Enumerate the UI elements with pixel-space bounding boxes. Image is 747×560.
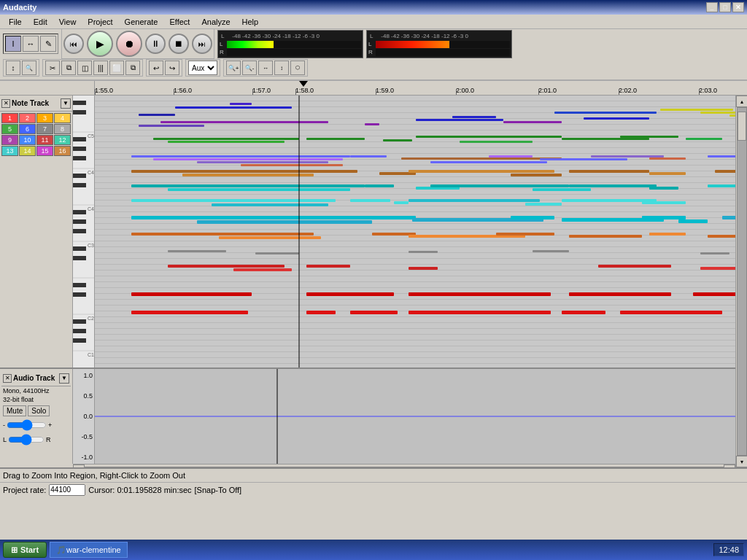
svg-rect-78 [649, 158, 686, 160]
midi-ch-16[interactable]: 16 [54, 146, 71, 156]
svg-rect-119 [722, 216, 735, 219]
midi-ch-4[interactable]: 4 [54, 113, 71, 123]
close-button[interactable]: ✕ [732, 2, 744, 12]
silence-tool[interactable]: ⬜ [109, 61, 124, 75]
midi-ch-9[interactable]: 9 [1, 135, 18, 145]
midi-ch-5[interactable]: 5 [1, 124, 18, 134]
pan-slider[interactable] [8, 434, 44, 446]
ruler-tick-4: 1:59.0 [376, 81, 394, 95]
record-button[interactable]: ⏺ [116, 31, 142, 57]
zoom-fit-button[interactable]: ↔ [258, 61, 273, 75]
zoom-in-button[interactable]: 🔍+ [226, 61, 241, 75]
midi-ch-8[interactable]: 8 [54, 124, 71, 134]
svg-rect-102 [212, 203, 328, 206]
svg-rect-16 [73, 219, 86, 224]
svg-text:C4: C4 [88, 170, 94, 175]
svg-rect-139 [598, 265, 671, 268]
midi-ch-6[interactable]: 6 [19, 124, 36, 134]
zoom-out-button[interactable]: 🔍- [242, 61, 257, 75]
menu-generate[interactable]: Generate [119, 16, 164, 28]
toolbar-row2: ↕ 🔍 ✂ ⧉ ◫ ||| ⬜ ⧉ ↩ ↪ Aux 🔍+ 🔍- ↔ ↕ [3, 58, 744, 78]
v-scroll-thumb[interactable] [738, 112, 746, 141]
audio-track-close[interactable]: ✕ [3, 374, 12, 383]
gain-slider[interactable] [7, 419, 47, 431]
aux-select[interactable]: Aux [188, 61, 217, 75]
drag-hint: Drag to Zoom Into Region, Right-Click to… [3, 471, 185, 480]
svg-rect-120 [131, 233, 314, 236]
menu-project[interactable]: Project [82, 16, 118, 28]
scroll-right-button[interactable]: ▸ [724, 464, 735, 468]
note-track-menu[interactable]: ▼ [61, 98, 71, 109]
svg-rect-75 [489, 155, 533, 158]
note-track-close[interactable]: ✕ [1, 99, 10, 108]
svg-rect-124 [496, 233, 554, 236]
midi-ch-14[interactable]: 14 [19, 146, 36, 156]
h-scroll-track[interactable] [85, 467, 724, 468]
midi-ch-10[interactable]: 10 [19, 135, 36, 145]
rewind-button[interactable]: ⏮ [63, 34, 84, 54]
pan-right-label: R [46, 436, 51, 443]
menu-help[interactable]: Help [236, 16, 265, 28]
project-rate-input[interactable] [49, 484, 85, 496]
y-axis--0.5: -0.5 [74, 433, 93, 440]
titlebar: Audacity _ □ ✕ [0, 0, 747, 15]
minimize-button[interactable]: _ [706, 2, 718, 12]
midi-ch-7[interactable]: 7 [36, 124, 53, 134]
fast-forward-button[interactable]: ⏭ [192, 34, 212, 54]
paste-tool[interactable]: ◫ [77, 61, 92, 75]
cut-tool[interactable]: ✂ [45, 61, 60, 75]
svg-rect-50 [416, 119, 503, 121]
midi-ch-13[interactable]: 13 [1, 146, 18, 156]
svg-rect-103 [350, 199, 390, 202]
menu-effect[interactable]: Effect [163, 16, 196, 28]
midi-ch-2[interactable]: 2 [19, 113, 36, 123]
envelope-tool[interactable]: ↔ [23, 36, 39, 52]
select-tool[interactable]: I [5, 36, 21, 52]
copy-tool[interactable]: ⧉ [61, 61, 76, 75]
time-tool-2[interactable]: 🔍 [22, 61, 36, 75]
midi-ch-1[interactable]: 1 [1, 113, 18, 123]
play-button[interactable]: ▶ [87, 31, 113, 57]
v-scroll-track[interactable] [737, 107, 747, 456]
audio-canvas[interactable]: 1.0 0.5 0.0 -0.5 -1.0 [73, 369, 735, 464]
scroll-up-button[interactable]: ▴ [736, 96, 748, 107]
svg-rect-106 [525, 203, 562, 206]
svg-text:C1: C1 [88, 352, 94, 357]
menu-file[interactable]: File [3, 16, 28, 28]
start-button[interactable]: ⊞ Start [3, 542, 47, 558]
undo-button[interactable]: ↩ [149, 61, 163, 75]
maximize-button[interactable]: □ [719, 2, 731, 12]
menu-edit[interactable]: Edit [28, 16, 53, 28]
scroll-down-button[interactable]: ▾ [736, 456, 748, 467]
trim-tool[interactable]: ||| [93, 61, 108, 75]
h-scroll-thumb[interactable] [107, 467, 151, 468]
pause-button[interactable]: ⏸ [145, 34, 166, 54]
midi-ch-3[interactable]: 3 [36, 113, 53, 123]
mute-button[interactable]: Mute [3, 405, 26, 416]
svg-rect-95 [430, 184, 569, 187]
menu-analyze[interactable]: Analyze [196, 16, 236, 28]
solo-button[interactable]: Solo [28, 405, 50, 416]
svg-rect-138 [409, 267, 438, 270]
midi-ch-12[interactable]: 12 [54, 135, 71, 145]
midi-ch-15[interactable]: 15 [36, 146, 53, 156]
svg-rect-142 [131, 292, 252, 296]
time-tool-1[interactable]: ↕ [6, 61, 20, 75]
clip-tool[interactable]: ⧉ [125, 61, 140, 75]
audio-track-menu[interactable]: ▼ [59, 373, 69, 384]
zoom-fit-v-button[interactable]: ↕ [274, 61, 289, 75]
note-canvas[interactable] [95, 96, 735, 368]
svg-rect-91 [131, 184, 365, 187]
scroll-left-button[interactable]: ◂ [73, 464, 85, 468]
redo-button[interactable]: ↪ [165, 61, 179, 75]
menu-view[interactable]: View [53, 16, 82, 28]
svg-rect-112 [197, 220, 372, 224]
zoom-sel-button[interactable]: ⬡ [290, 61, 305, 75]
zoom-tools-group: 🔍+ 🔍- ↔ ↕ ⬡ [223, 59, 308, 77]
midi-ch-11[interactable]: 11 [36, 135, 53, 145]
svg-rect-89 [715, 170, 735, 173]
draw-tool[interactable]: ✎ [40, 36, 56, 52]
stop-button[interactable]: ⏹ [169, 34, 189, 54]
svg-rect-140 [700, 267, 735, 270]
taskbar-app-item[interactable]: 🎵 war-clementine [50, 542, 128, 558]
